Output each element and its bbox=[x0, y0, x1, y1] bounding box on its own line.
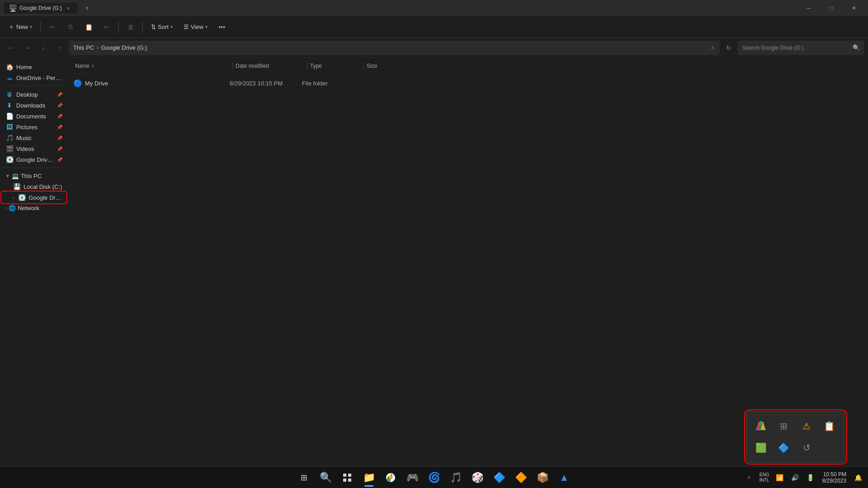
main-layout: 🏠 Home ☁ OneDrive - Persona 🖥 Desktop 📌 … bbox=[0, 58, 868, 474]
taskbar-vlc-button[interactable]: 🔶 bbox=[511, 468, 531, 488]
minimize-button[interactable]: ─ bbox=[798, 1, 819, 15]
tab-icon: 🖥️ bbox=[9, 5, 17, 12]
copy-button[interactable]: ⧉ bbox=[62, 19, 79, 35]
address-path[interactable]: This PC > Google Drive (G:) ∧ bbox=[69, 41, 720, 55]
clock-date: 8/29/2023 bbox=[822, 478, 846, 484]
tray-warning-button[interactable]: ⚠ bbox=[797, 417, 816, 435]
rename-button[interactable]: ✏ bbox=[99, 19, 115, 35]
taskbar-steam-button[interactable]: 🎲 bbox=[467, 468, 487, 488]
googledrive-pin-icon: 📌 bbox=[57, 157, 62, 162]
taskbar-edge-button[interactable]: 🌀 bbox=[424, 468, 444, 488]
battery-button[interactable]: 🔋 bbox=[804, 471, 817, 484]
tray-plus-button[interactable]: ⊞ bbox=[775, 417, 793, 435]
more-button[interactable]: ••• bbox=[214, 19, 230, 35]
sidebar-label-downloads: Downloads bbox=[16, 102, 54, 109]
home-icon: 🏠 bbox=[5, 63, 14, 70]
sidebar-item-onedrive[interactable]: ☁ OneDrive - Persona bbox=[2, 72, 66, 83]
sidebar-item-googledrive-quick[interactable]: 💽 Google Drive (G 📌 bbox=[2, 154, 66, 165]
refresh-button[interactable]: ↻ bbox=[722, 41, 736, 55]
path-sort-arrow: ∧ bbox=[711, 44, 715, 51]
new-button[interactable]: ＋ New ▾ bbox=[4, 21, 37, 33]
lang-button[interactable]: ENG INTL bbox=[758, 471, 771, 484]
back-button[interactable]: ← bbox=[4, 41, 18, 55]
notification-button[interactable]: 🔔 bbox=[852, 471, 864, 484]
videos-pin-icon: 📌 bbox=[57, 146, 62, 151]
sidebar-item-pictures[interactable]: 🖼 Pictures 📌 bbox=[2, 122, 66, 132]
col-header-size[interactable]: Size bbox=[365, 63, 401, 69]
sidebar: 🏠 Home ☁ OneDrive - Persona 🖥 Desktop 📌 … bbox=[0, 58, 68, 474]
sidebar-item-googledrive[interactable]: › 💽 Google Drive (G:) bbox=[2, 192, 66, 203]
col-header-type[interactable]: Type bbox=[308, 63, 363, 69]
paste-button[interactable]: 📋 bbox=[80, 19, 97, 35]
start-button[interactable]: ⊞ bbox=[294, 468, 314, 488]
sidebar-item-documents[interactable]: 📄 Documents 📌 bbox=[2, 111, 66, 122]
taskbar-bluetooth-button[interactable]: 🔷 bbox=[489, 468, 509, 488]
sidebar-item-music[interactable]: 🎵 Music 📌 bbox=[2, 132, 66, 143]
taskbar-search-button[interactable]: 🔍 bbox=[316, 468, 335, 488]
search-bar[interactable]: Search Google Drive (G:) 🔍 bbox=[738, 41, 864, 55]
sidebar-item-downloads[interactable]: ⬇ Downloads 📌 bbox=[2, 100, 66, 111]
wifi-button[interactable]: 📶 bbox=[774, 471, 786, 484]
sidebar-item-home[interactable]: 🏠 Home bbox=[2, 61, 66, 72]
tray-clipboard-button[interactable]: 📋 bbox=[821, 417, 839, 435]
col-divider-1 bbox=[232, 62, 233, 70]
taskbar-chrome-button[interactable] bbox=[381, 468, 401, 488]
taskbar-explorer-button[interactable]: 📁 bbox=[359, 468, 379, 488]
col-date-label: Date modified bbox=[236, 63, 269, 69]
system-tray-expand[interactable]: ∧ bbox=[744, 472, 755, 483]
forward-button[interactable]: → bbox=[20, 41, 34, 55]
view-button[interactable]: ☰ View ▾ bbox=[179, 22, 212, 32]
sidebar-network-header[interactable]: › 🌐 Network bbox=[2, 203, 66, 213]
sidebar-item-videos[interactable]: 🎬 Videos 📌 bbox=[2, 143, 66, 154]
col-header-date[interactable]: Date modified bbox=[234, 63, 306, 69]
taskbar-winrar-button[interactable]: 📦 bbox=[533, 468, 552, 488]
documents-pin-icon: 📌 bbox=[57, 114, 62, 119]
tray-googledrive-button[interactable] bbox=[752, 417, 770, 435]
cut-button[interactable]: ✂ bbox=[44, 19, 61, 35]
taskview-icon bbox=[343, 473, 352, 482]
volume-button[interactable]: 🔊 bbox=[789, 471, 802, 484]
view-icon: ☰ bbox=[184, 23, 189, 30]
tab-close-button[interactable]: ✕ bbox=[65, 5, 72, 12]
new-icon: ＋ bbox=[8, 23, 14, 31]
path-sep-1: > bbox=[96, 44, 99, 51]
taskbar-discord-button[interactable]: 🎮 bbox=[402, 468, 422, 488]
sidebar-label-network: Network bbox=[18, 205, 39, 211]
videos-icon: 🎬 bbox=[5, 145, 14, 152]
maximize-button[interactable]: □ bbox=[821, 1, 842, 15]
sidebar-divider-2 bbox=[4, 168, 64, 168]
sort-button[interactable]: ⇅ Sort ▾ bbox=[146, 22, 177, 32]
sidebar-label-googledrive-quick: Google Drive (G bbox=[16, 156, 54, 163]
sidebar-item-desktop[interactable]: 🖥 Desktop 📌 bbox=[2, 89, 66, 100]
googledrive-icon: 💽 bbox=[18, 194, 26, 201]
sidebar-label-localdisk: Local Disk (C:) bbox=[24, 183, 62, 190]
new-tab-button[interactable]: + bbox=[81, 2, 94, 14]
explorer-tab[interactable]: 🖥️ Google Drive (G:) ✕ bbox=[4, 3, 77, 14]
window-controls: ─ □ ✕ bbox=[798, 1, 864, 15]
up-button[interactable]: ↑ bbox=[52, 41, 67, 55]
col-header-name[interactable]: Name ∧ bbox=[73, 63, 231, 69]
close-button[interactable]: ✕ bbox=[844, 1, 864, 15]
thispc-expand-icon: ▼ bbox=[5, 174, 10, 178]
sidebar-thispc-header[interactable]: ▼ 💻 This PC bbox=[2, 171, 66, 181]
tray-nvidia-button[interactable]: 🟩 bbox=[752, 439, 770, 457]
pictures-icon: 🖼 bbox=[5, 123, 14, 131]
recent-locations-button[interactable]: ↓ bbox=[36, 41, 51, 55]
sidebar-label-home: Home bbox=[16, 64, 62, 70]
taskbar-taskview-button[interactable] bbox=[337, 468, 357, 488]
delete-button[interactable]: 🗑 bbox=[123, 19, 139, 35]
taskbar-spotify-button[interactable]: 🎵 bbox=[446, 468, 466, 488]
sidebar-item-localdisk[interactable]: 💾 Local Disk (C:) bbox=[2, 181, 66, 192]
sidebar-label-desktop: Desktop bbox=[16, 91, 54, 98]
tray-bluetooth2-button[interactable]: 🔷 bbox=[775, 439, 793, 457]
network-expand-icon: › bbox=[5, 206, 7, 211]
clock[interactable]: 10:50 PM 8/29/2023 bbox=[821, 470, 848, 485]
sidebar-label-googledrive: Google Drive (G:) bbox=[28, 194, 62, 201]
documents-icon: 📄 bbox=[5, 113, 14, 120]
tray-reload-button[interactable]: ↺ bbox=[797, 439, 816, 457]
taskbar-googledrive-app-button[interactable]: ▲ bbox=[554, 468, 574, 488]
sys-tray-icons: ENG INTL 📶 🔊 🔋 bbox=[758, 471, 817, 484]
sort-label: Sort bbox=[158, 23, 169, 30]
onedrive-icon: ☁ bbox=[5, 74, 14, 81]
table-row[interactable]: 🔵 My Drive 8/29/2023 10:15 PM File folde… bbox=[68, 76, 868, 90]
